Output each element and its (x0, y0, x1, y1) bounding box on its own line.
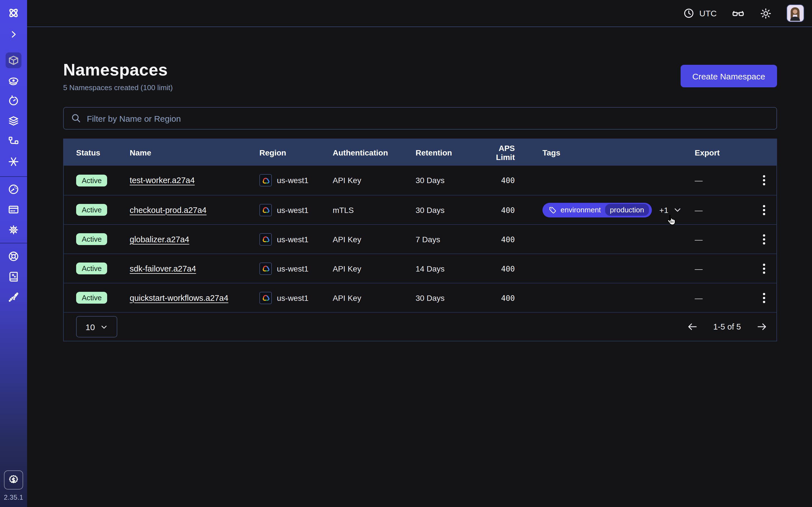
promo-dollar-badge-icon (7, 474, 20, 486)
table-header-row: Status Name Region Authentication Retent… (64, 139, 776, 166)
status-badge: Active (76, 174, 107, 186)
status-badge: Active (76, 233, 107, 245)
retention-cell: 30 Days (416, 205, 480, 214)
sidebar-item-schedules[interactable] (0, 91, 27, 111)
light-mode-sun-icon[interactable] (760, 7, 772, 19)
table-footer: 10 1-5 of 5 (64, 312, 776, 341)
filter-searchbox (63, 107, 777, 129)
export-cell: — (695, 235, 758, 244)
sidebar-item-settings[interactable] (0, 220, 27, 240)
next-page-button[interactable] (756, 321, 767, 332)
sidebar-expand-button[interactable] (0, 27, 27, 41)
docs-book-icon (7, 270, 20, 283)
region-label: us-west1 (277, 293, 308, 302)
page-size-value: 10 (86, 322, 95, 332)
table-row[interactable]: Active globalizer.a27a4 us-west1 API Key… (64, 224, 776, 253)
pagination-range: 1-5 of 5 (713, 322, 741, 331)
authentication-cell: API Key (333, 293, 416, 302)
timezone-selector[interactable]: UTC (683, 7, 717, 19)
namespace-link[interactable]: sdk-failover.a27a4 (130, 264, 196, 273)
sidebar-item-support[interactable] (0, 246, 27, 267)
table-row[interactable]: Active sdk-failover.a27a4 us-west1 API K… (64, 253, 776, 283)
column-header-tags: Tags (515, 148, 695, 157)
sidebar-divider (0, 243, 27, 243)
kebab-menu-button[interactable] (761, 173, 767, 187)
column-header-export: Export (695, 148, 758, 157)
sidebar-item-namespaces[interactable] (0, 50, 27, 70)
getting-started-rocket-icon (7, 291, 20, 303)
app-window: 2.35.1 UTC (0, 0, 812, 507)
aps-limit-cell: 400 (480, 235, 515, 244)
region-label: us-west1 (277, 264, 308, 273)
column-header-aps-limit: APS Limit (480, 144, 515, 161)
sidebar-item-monitors[interactable] (0, 70, 27, 91)
sidebar-item-upgrade-plan[interactable] (4, 470, 23, 490)
chevron-down-icon (101, 323, 108, 330)
support-lifebuoy-icon (7, 250, 20, 263)
search-icon (71, 113, 81, 123)
reader-glasses-icon[interactable] (731, 6, 745, 20)
google-cloud-icon (259, 174, 272, 186)
monitors-eye-icon (7, 74, 20, 87)
table-row[interactable]: Active checkout-prod.a27a4 us-west1 mTLS… (64, 195, 776, 224)
prev-page-button[interactable] (687, 321, 698, 332)
sidebar-item-docs[interactable] (0, 267, 27, 287)
sidebar-item-home[interactable] (0, 4, 27, 21)
schedules-timer-icon (7, 95, 20, 107)
deployments-layers-icon (7, 115, 20, 127)
tags-cell: environment production +1 (515, 203, 695, 217)
create-namespace-button[interactable]: Create Namespace (680, 65, 777, 87)
retention-cell: 14 Days (416, 264, 480, 273)
main-content: Namespaces 5 Namespaces created (100 lim… (27, 27, 812, 507)
page-size-select[interactable]: 10 (76, 316, 117, 337)
sidebar-item-workflows[interactable] (0, 131, 27, 152)
topbar: UTC (27, 0, 812, 27)
search-input[interactable] (87, 114, 769, 123)
sidebar-item-deployments[interactable] (0, 111, 27, 131)
retention-cell: 7 Days (416, 235, 480, 244)
table-body: Active test-worker.a27a4 us-west1 API Ke… (64, 166, 776, 312)
sidebar-item-getting-started[interactable] (0, 287, 27, 307)
kebab-menu-button[interactable] (761, 290, 767, 305)
sidebar-divider (0, 176, 27, 177)
kebab-menu-button[interactable] (761, 261, 767, 276)
sidebar-item-usage[interactable] (0, 179, 27, 200)
retention-cell: 30 Days (416, 176, 480, 185)
sidebar: 2.35.1 (0, 0, 27, 507)
namespaces-table: Status Name Region Authentication Retent… (63, 138, 777, 341)
usage-gauge-icon (7, 183, 20, 195)
region-label: us-west1 (277, 235, 308, 244)
export-cell: — (695, 293, 758, 302)
sidebar-item-billing[interactable] (0, 200, 27, 220)
aps-limit-cell: 400 (480, 264, 515, 273)
export-cell: — (695, 205, 758, 214)
status-badge: Active (76, 204, 107, 216)
table-row[interactable]: Active test-worker.a27a4 us-west1 API Ke… (64, 166, 776, 195)
aps-limit-cell: 400 (480, 205, 515, 214)
kebab-menu-button[interactable] (761, 232, 767, 246)
tag-pill[interactable]: environment production (543, 203, 652, 217)
clock-icon (683, 7, 695, 19)
tag-icon (549, 206, 557, 214)
table-row[interactable]: Active quickstart-workflows.a27a4 us-wes… (64, 283, 776, 312)
namespace-link[interactable]: globalizer.a27a4 (130, 235, 189, 244)
namespace-link[interactable]: test-worker.a27a4 (130, 176, 195, 185)
tag-key: environment (560, 206, 601, 214)
sidebar-item-nexus[interactable] (0, 152, 27, 172)
export-cell: — (695, 176, 758, 185)
aps-limit-cell: 400 (480, 293, 515, 302)
column-header-region: Region (259, 148, 333, 157)
chevron-down-icon[interactable] (673, 206, 682, 214)
authentication-cell: API Key (333, 264, 416, 273)
kebab-menu-button[interactable] (761, 203, 767, 217)
namespace-link[interactable]: checkout-prod.a27a4 (130, 205, 207, 214)
timezone-label: UTC (699, 8, 717, 18)
page-title: Namespaces (63, 60, 173, 79)
tag-more-count[interactable]: +1 (659, 205, 668, 214)
namespace-link[interactable]: quickstart-workflows.a27a4 (130, 293, 229, 302)
authentication-cell: API Key (333, 176, 416, 185)
user-avatar[interactable] (786, 4, 804, 22)
app-version: 2.35.1 (4, 494, 23, 501)
google-cloud-icon (259, 204, 272, 216)
page-subtitle: 5 Namespaces created (100 limit) (63, 83, 173, 92)
